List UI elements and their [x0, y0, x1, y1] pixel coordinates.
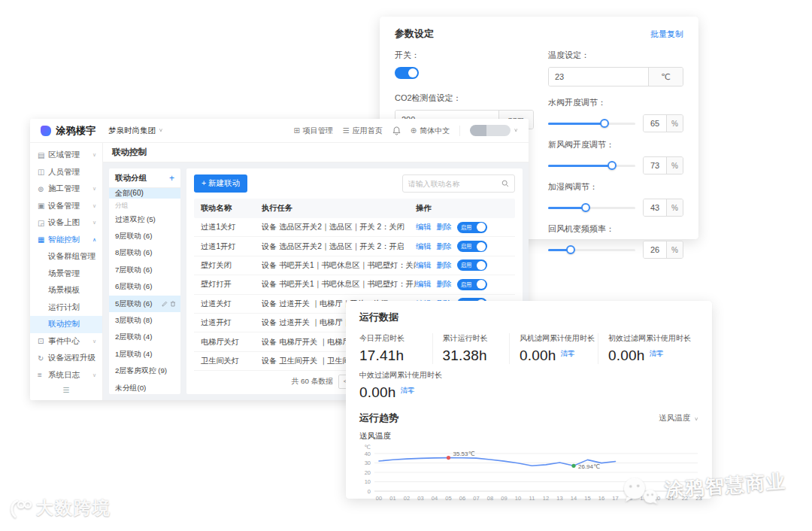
sidebar-sub-scene-template[interactable]: 场景模板	[30, 282, 102, 299]
sidebar-item-event-center[interactable]: ⊡ 事件中心 ∨	[30, 333, 102, 350]
linkage-task: 设备 书吧开关1｜书吧休息区｜书吧壁灯：开启	[262, 279, 416, 290]
group-item[interactable]: 2层客房双控 (9)	[109, 363, 180, 380]
linkage-groups-panel: 联动分组 + 全部(60) 分组 过道双控 (5)	[109, 168, 180, 394]
dashukuajing-logo-icon	[8, 497, 33, 520]
group-item[interactable]: 7层联动 (6)	[109, 262, 180, 278]
svg-text:26.94℃: 26.94℃	[578, 463, 600, 470]
search-input[interactable]	[408, 180, 501, 188]
svg-text:21: 21	[668, 495, 674, 502]
sidebar-sub-device-group[interactable]: 设备群组管理	[30, 248, 102, 266]
window-topbar: 涂鸦楼宇 梦泉时尚集团 ∨ ⊞ 项目管理 ☰ 应用首页	[30, 119, 529, 143]
fresh-air-valve-slider[interactable]	[548, 161, 635, 170]
svg-text:23: 23	[695, 495, 701, 502]
slider-handle[interactable]	[607, 161, 617, 170]
svg-text:13: 13	[556, 495, 562, 502]
co2-label: CO2检测值设定：	[395, 93, 548, 104]
total-count: 共 60 条数据	[291, 377, 333, 387]
add-group-button[interactable]: +	[169, 173, 174, 184]
delete-link[interactable]: 删除	[436, 260, 451, 271]
svg-text:12: 12	[543, 495, 549, 502]
app-home-nav[interactable]: ☰ 应用首页	[343, 126, 383, 136]
svg-text:00: 00	[376, 495, 382, 502]
clear-link[interactable]: 清零	[561, 349, 575, 359]
log-icon: ≡	[38, 371, 48, 379]
stat-fan-filter: 风机滤网累计使用时长 0.00h 清零	[509, 333, 598, 364]
table-row: 过道1关灯 设备 选品区开关2｜选品区｜开关 2：关闭 编辑 删除 启用	[194, 218, 515, 237]
new-linkage-button[interactable]: + 新建联动	[194, 174, 247, 193]
notification-bell[interactable]	[392, 126, 401, 135]
edit-link[interactable]: 编辑	[416, 279, 431, 290]
delete-link[interactable]: 删除	[436, 279, 451, 290]
tuya-logo	[41, 126, 51, 136]
language-selector[interactable]: ⊕ 简体中文	[411, 126, 450, 136]
sidebar-collapse-button[interactable]: ☰	[30, 386, 102, 394]
delete-group-icon[interactable]	[170, 301, 176, 307]
edit-link[interactable]: 编辑	[416, 241, 431, 252]
fresh-air-valve-value[interactable]: 73	[644, 157, 666, 174]
group-item[interactable]: 过道双控 (5)	[109, 211, 180, 228]
enable-toggle[interactable]: 启用	[457, 241, 487, 252]
sidebar-sub-run-plan[interactable]: 运行计划	[30, 299, 102, 317]
group-all[interactable]: 全部(60)	[109, 188, 180, 199]
sidebar-item-remote-upgrade[interactable]: ↻ 设备远程升级	[30, 350, 102, 367]
linkage-name: 过道关灯	[194, 299, 262, 309]
globe-icon: ⊕	[411, 126, 417, 135]
user-account[interactable]: ∨	[470, 125, 518, 136]
sidebar-sub-linkage-control[interactable]: 联动控制	[30, 316, 102, 333]
trend-line-chart: 010203040℃000102030405060708091011121314…	[355, 443, 702, 506]
search-icon	[501, 180, 509, 187]
svg-text:04: 04	[432, 495, 438, 502]
group-item[interactable]: 8层联动 (6)	[109, 245, 180, 262]
trend-title: 运行趋势	[359, 411, 398, 425]
slider-handle[interactable]	[581, 203, 590, 212]
return-fan-freq-value[interactable]: 26	[644, 241, 666, 258]
slider-handle[interactable]	[566, 245, 575, 254]
humidify-valve-value[interactable]: 43	[644, 199, 666, 216]
slider-handle[interactable]	[600, 119, 609, 128]
group-item[interactable]: 1层联动 (4)	[109, 346, 180, 363]
sidebar-item-personnel[interactable]: ◫ 人员管理	[30, 164, 102, 181]
temp-input[interactable]	[549, 68, 648, 86]
sidebar-item-region[interactable]: ▤ 区域管理 ∨	[30, 147, 102, 164]
enable-toggle[interactable]: 启用	[457, 222, 487, 233]
edit-group-icon[interactable]	[162, 301, 168, 307]
water-valve-value[interactable]: 65	[644, 115, 666, 132]
clear-link[interactable]: 清零	[401, 386, 415, 396]
sidebar-item-device-map[interactable]: ◲ 设备上图 ∨	[30, 214, 102, 232]
sidebar-item-smart-control[interactable]: ▦ 智能控制 ∧	[30, 232, 102, 249]
water-valve-slider[interactable]	[548, 119, 635, 128]
sidebar-item-construction[interactable]: ⊚ 施工管理 ∨	[30, 181, 102, 198]
group-item[interactable]: 未分组(0)	[109, 380, 180, 394]
stat-primary-filter: 初效过滤网累计使用时长 0.00h 清零	[598, 333, 698, 364]
org-selector[interactable]: 梦泉时尚集团 ∨	[108, 126, 163, 136]
org-name: 梦泉时尚集团	[108, 126, 156, 136]
chevron-down-icon: ∨	[92, 152, 96, 158]
sidebar-item-system-log[interactable]: ≡ 系统日志 ∨	[30, 367, 102, 384]
group-item[interactable]: 3层联动 (8)	[109, 312, 180, 329]
trend-metric-select[interactable]: 送风温度 ∨	[659, 413, 698, 423]
delete-link[interactable]: 删除	[436, 222, 451, 232]
sidebar-item-device[interactable]: ▣ 设备管理 ∨	[30, 198, 102, 215]
group-item[interactable]: 2层联动 (4)	[109, 329, 180, 346]
group-item[interactable]: 9层联动 (6)	[109, 228, 180, 244]
project-management-nav[interactable]: ⊞ 项目管理	[293, 126, 332, 136]
sidebar: ▤ 区域管理 ∨ ◫ 人员管理 ⊚ 施工管理 ∨ ▣ 设备管理 ∨	[30, 143, 103, 400]
brand-name: 涂鸦楼宇	[56, 124, 96, 138]
chevron-down-icon: ∨	[694, 415, 698, 420]
linkage-name: 卫生间关灯	[194, 356, 262, 366]
search-box[interactable]	[402, 174, 515, 193]
return-fan-freq-slider[interactable]	[548, 245, 635, 254]
enable-toggle[interactable]: 启用	[457, 279, 487, 290]
batch-copy-link[interactable]: 批量复制	[650, 29, 683, 40]
clear-link[interactable]: 清零	[650, 349, 664, 359]
edit-link[interactable]: 编辑	[416, 222, 431, 232]
group-item[interactable]: 6层联动 (6)	[109, 279, 180, 296]
humidify-valve-slider[interactable]	[548, 203, 635, 212]
svg-text:0: 0	[368, 488, 371, 495]
edit-link[interactable]: 编辑	[416, 260, 431, 271]
power-toggle[interactable]	[395, 67, 419, 79]
enable-toggle[interactable]: 启用	[457, 259, 487, 271]
sidebar-sub-scene[interactable]: 场景管理	[30, 266, 102, 283]
delete-link[interactable]: 删除	[436, 241, 451, 252]
group-item[interactable]: 5层联动 (6)	[109, 296, 180, 312]
